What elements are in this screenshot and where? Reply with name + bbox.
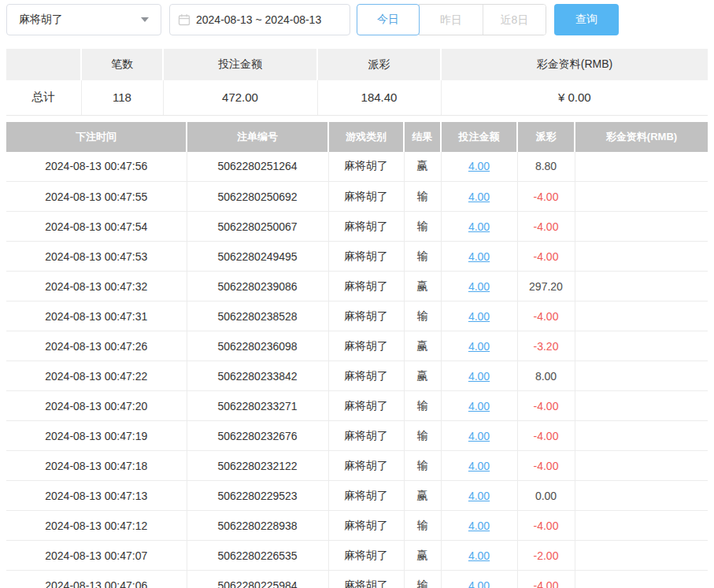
summary-total-row: 总计 118 472.00 184.40 ¥ 0.00: [6, 80, 708, 115]
order-id-cell: 5062280232122: [187, 451, 328, 481]
bet-amount-link[interactable]: 4.00: [468, 400, 490, 412]
game-type-cell: 麻将胡了: [328, 391, 404, 421]
bet-amount-link[interactable]: 4.00: [468, 220, 490, 233]
bet-amount-link[interactable]: 4.00: [468, 340, 490, 353]
bet-time-cell: 2024-08-13 00:47:55: [6, 182, 187, 212]
game-type-cell: 麻将胡了: [328, 331, 404, 361]
bet-amount-cell: 4.00: [441, 391, 517, 421]
table-row: 2024-08-13 00:47:32 5062280239086 麻将胡了 赢…: [6, 272, 708, 301]
bonus-cell: [575, 571, 708, 588]
bet-amount-cell: 4.00: [441, 481, 517, 511]
bet-amount-cell: 4.00: [441, 272, 517, 301]
bonus-cell: [575, 361, 708, 391]
summary-header-row: 笔数 投注金额 派彩 彩金资料(RMB): [6, 49, 708, 80]
summary-header-payout: 派彩: [317, 49, 441, 80]
order-id-cell: 5062280229523: [187, 481, 328, 511]
filter-today-button[interactable]: 今日: [357, 4, 420, 35]
game-type-cell: 麻将胡了: [328, 212, 404, 242]
result-cell: 输: [404, 212, 441, 242]
payout-cell: -4.00: [517, 301, 575, 331]
payout-cell: -4.00: [517, 421, 575, 451]
bonus-cell: [575, 391, 708, 421]
bet-amount-cell: 4.00: [441, 331, 517, 361]
bonus-cell: [575, 152, 708, 182]
order-id-cell: 5062280233271: [187, 391, 328, 421]
bet-amount-link[interactable]: 4.00: [468, 370, 490, 383]
game-select[interactable]: 麻将胡了: [6, 4, 161, 35]
bet-amount-link[interactable]: 4.00: [468, 549, 490, 562]
table-row: 2024-08-13 00:47:55 5062280250692 麻将胡了 输…: [6, 182, 708, 212]
bet-amount-cell: 4.00: [441, 451, 517, 481]
bet-amount-cell: 4.00: [441, 182, 517, 212]
result-cell: 输: [404, 451, 441, 481]
bonus-cell: [575, 272, 708, 301]
payout-cell: 8.00: [517, 361, 575, 391]
result-cell: 输: [404, 391, 441, 421]
bet-amount-link[interactable]: 4.00: [468, 579, 490, 588]
bet-time-cell: 2024-08-13 00:47:22: [6, 361, 187, 391]
payout-cell: -4.00: [517, 571, 575, 588]
bet-time-cell: 2024-08-13 00:47:18: [6, 451, 187, 481]
summary-header-blank: [6, 49, 81, 80]
summary-header-bet-amount: 投注金额: [163, 49, 317, 80]
records-header-bet: 投注金额: [441, 122, 517, 152]
order-id-cell: 5062280238528: [187, 301, 328, 331]
date-range-picker[interactable]: 2024-08-13 ~ 2024-08-13: [169, 4, 350, 35]
game-type-cell: 麻将胡了: [328, 481, 404, 511]
result-cell: 输: [404, 421, 441, 451]
bet-amount-link[interactable]: 4.00: [468, 430, 490, 442]
bet-time-cell: 2024-08-13 00:47:19: [6, 421, 187, 451]
result-cell: 赢: [404, 152, 441, 182]
bet-time-cell: 2024-08-13 00:47:26: [6, 331, 187, 361]
bet-amount-cell: 4.00: [441, 152, 517, 182]
bet-amount-link[interactable]: 4.00: [468, 280, 490, 293]
order-id-cell: 5062280226535: [187, 541, 328, 571]
game-type-cell: 麻将胡了: [328, 301, 404, 331]
payout-cell: -4.00: [517, 242, 575, 272]
bet-amount-link[interactable]: 4.00: [468, 190, 490, 203]
bet-amount-link[interactable]: 4.00: [468, 160, 490, 172]
order-id-cell: 5062280232676: [187, 421, 328, 451]
bet-amount-link[interactable]: 4.00: [468, 520, 490, 532]
bonus-cell: [575, 481, 708, 511]
table-row: 2024-08-13 00:47:31 5062280238528 麻将胡了 输…: [6, 301, 708, 331]
bet-time-cell: 2024-08-13 00:47:06: [6, 571, 187, 588]
filter-last8days-button[interactable]: 近8日: [483, 5, 546, 35]
betting-records-page: 麻将胡了 2024-08-13 ~ 2024-08-13 今日 昨日 近8日 查…: [0, 0, 714, 588]
result-cell: 赢: [404, 541, 441, 571]
game-type-cell: 麻将胡了: [328, 541, 404, 571]
summary-total-bet-amount: 472.00: [163, 80, 317, 115]
table-row: 2024-08-13 00:47:19 5062280232676 麻将胡了 输…: [6, 421, 708, 451]
quick-filter-group: 昨日 近8日: [419, 4, 546, 35]
toolbar: 麻将胡了 2024-08-13 ~ 2024-08-13 今日 昨日 近8日 查…: [6, 2, 708, 36]
result-cell: 赢: [404, 331, 441, 361]
game-type-cell: 麻将胡了: [328, 272, 404, 301]
bet-amount-link[interactable]: 4.00: [468, 460, 490, 472]
table-row: 2024-08-13 00:47:07 5062280226535 麻将胡了 赢…: [6, 541, 708, 571]
order-id-cell: 5062280233842: [187, 361, 328, 391]
order-id-cell: 5062280249495: [187, 242, 328, 272]
bet-amount-cell: 4.00: [441, 421, 517, 451]
records-header-game: 游戏类别: [328, 122, 404, 152]
order-id-cell: 5062280250067: [187, 212, 328, 242]
result-cell: 输: [404, 511, 441, 541]
bet-amount-cell: 4.00: [441, 212, 517, 242]
bonus-cell: [575, 451, 708, 481]
table-row: 2024-08-13 00:47:20 5062280233271 麻将胡了 输…: [6, 391, 708, 421]
bet-amount-link[interactable]: 4.00: [468, 310, 490, 323]
bet-amount-link[interactable]: 4.00: [468, 250, 490, 263]
bonus-cell: [575, 421, 708, 451]
game-type-cell: 麻将胡了: [328, 421, 404, 451]
bonus-cell: [575, 331, 708, 361]
bet-amount-link[interactable]: 4.00: [468, 490, 490, 502]
summary-total-count: 118: [81, 80, 163, 115]
bonus-cell: [575, 301, 708, 331]
table-row: 2024-08-13 00:47:13 5062280229523 麻将胡了 赢…: [6, 481, 708, 511]
query-button[interactable]: 查询: [554, 4, 619, 35]
order-id-cell: 5062280228938: [187, 511, 328, 541]
table-row: 2024-08-13 00:47:12 5062280228938 麻将胡了 输…: [6, 511, 708, 541]
filter-yesterday-button[interactable]: 昨日: [420, 5, 483, 35]
summary-table: 笔数 投注金额 派彩 彩金资料(RMB) 总计 118 472.00 184.4…: [6, 49, 708, 116]
order-id-cell: 5062280225984: [187, 571, 328, 588]
bet-time-cell: 2024-08-13 00:47:20: [6, 391, 187, 421]
